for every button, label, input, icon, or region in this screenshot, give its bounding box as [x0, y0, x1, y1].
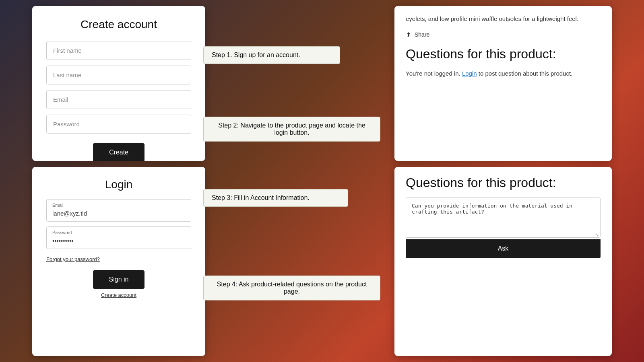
create-account-panel: Create account Create — [32, 6, 205, 161]
login-password-label: Password — [52, 230, 185, 235]
question-textarea-wrapper: Can you provide information on the mater… — [406, 197, 601, 239]
login-title: Login — [105, 178, 133, 191]
share-label: Share — [415, 31, 429, 38]
forgot-password-link[interactable]: Forgot your password? — [46, 256, 100, 262]
step4-text: Step 4: Ask product-related questions on… — [217, 281, 367, 295]
step3-box: Step 3: Fill in Account Information. — [203, 189, 348, 207]
step2-text: Step 2: Navigate to the product page and… — [218, 122, 365, 136]
login-password-group: Password — [46, 226, 191, 249]
last-name-group — [46, 66, 191, 84]
login-link[interactable]: Login — [462, 70, 477, 77]
login-password-input[interactable] — [52, 236, 185, 244]
step1-text: Step 1. Sign up for an account. — [212, 51, 300, 58]
step4-box: Step 4: Ask product-related questions on… — [203, 276, 380, 300]
not-logged-text: You're not logged in. Login to post ques… — [406, 69, 601, 78]
questions-title-top: Questions for this product: — [406, 46, 601, 62]
create-button[interactable]: Create — [93, 143, 144, 161]
password-group — [46, 115, 191, 134]
product-description: eyelets, and low profile mini waffle out… — [406, 14, 601, 24]
email-group — [46, 90, 191, 109]
last-name-input[interactable] — [46, 66, 191, 84]
login-panel: Login Email Password Forgot your passwor… — [32, 167, 205, 356]
question-textarea[interactable]: Can you provide information on the mater… — [406, 197, 601, 238]
questions-title-bottom: Questions for this product: — [406, 175, 601, 190]
product-panel-bottom: Questions for this product: Can you prov… — [394, 167, 612, 356]
step1-box: Step 1. Sign up for an account. — [203, 46, 340, 64]
share-button[interactable]: ⮭ Share — [406, 31, 601, 38]
first-name-input[interactable] — [46, 41, 191, 60]
login-email-label: Email — [52, 203, 185, 208]
sign-in-button[interactable]: Sign in — [93, 270, 145, 289]
login-email-group: Email — [46, 199, 191, 222]
resize-handle-icon: ⤡ — [595, 232, 599, 238]
share-icon: ⮭ — [406, 31, 412, 38]
product-panel-top: eyelets, and low profile mini waffle out… — [394, 6, 612, 161]
ask-button[interactable]: Ask — [406, 239, 601, 258]
create-account-title: Create account — [80, 18, 157, 31]
email-input[interactable] — [46, 90, 191, 109]
step2-box: Step 2: Navigate to the product page and… — [203, 117, 380, 142]
password-input[interactable] — [46, 115, 191, 134]
first-name-group — [46, 41, 191, 60]
step3-text: Step 3: Fill in Account Information. — [212, 194, 310, 201]
login-email-input[interactable] — [52, 208, 185, 217]
create-account-link[interactable]: Create account — [101, 292, 136, 298]
